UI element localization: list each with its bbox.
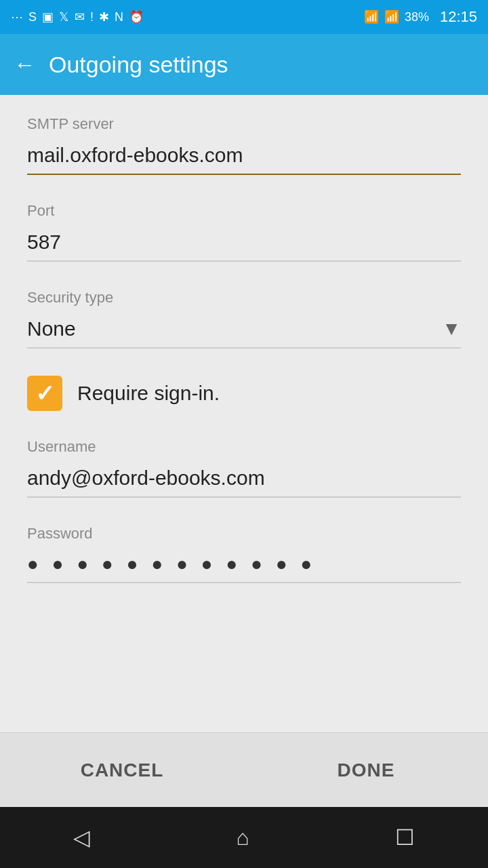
nav-recent-icon[interactable]: ☐ [395, 825, 415, 850]
mail-icon: ✉ [75, 9, 85, 24]
clock-display: 12:15 [440, 8, 477, 26]
chevron-down-icon: ▼ [442, 318, 461, 340]
page-title: Outgoing settings [49, 52, 228, 78]
back-button[interactable]: ← [14, 52, 35, 77]
require-signin-row[interactable]: ✓ Require sign-in. [27, 376, 461, 411]
status-bar-left: ⋯ S ▣ 𝕏 ✉ ! ✱ N ⏰ [11, 9, 144, 24]
security-type-value: None [27, 317, 76, 340]
port-input[interactable] [27, 225, 461, 262]
status-bar: ⋯ S ▣ 𝕏 ✉ ! ✱ N ⏰ 📶 📶 38% 12:15 [0, 0, 488, 34]
security-type-field: Security type None ▼ [27, 289, 461, 349]
require-signin-label: Require sign-in. [77, 382, 220, 405]
nav-back-icon[interactable]: ◁ [73, 825, 90, 850]
username-field: Username [27, 438, 461, 498]
alert-icon: ! [90, 10, 94, 24]
app-bar: ← Outgoing settings [0, 34, 488, 95]
smtp-server-label: SMTP server [27, 115, 461, 133]
android-nav-bar: ◁ ⌂ ☐ [0, 807, 488, 868]
password-field: Password ● ● ● ● ● ● ● ● ● ● ● ● [27, 525, 461, 583]
nfc-icon: N [115, 10, 123, 24]
bluetooth-icon: ✱ [99, 9, 109, 24]
password-label: Password [27, 525, 461, 542]
smtp-server-input[interactable] [27, 138, 461, 175]
username-input[interactable] [27, 461, 461, 498]
notifications-icon: ⋯ [11, 9, 23, 24]
nav-home-icon[interactable]: ⌂ [236, 825, 249, 850]
port-label: Port [27, 202, 461, 220]
photo-icon: ▣ [42, 9, 54, 24]
status-bar-right: 📶 📶 38% 12:15 [364, 8, 477, 26]
signal-icon: 📶 [384, 9, 399, 24]
form-content: SMTP server Port Security type None ▼ ✓ … [0, 95, 488, 732]
password-input[interactable]: ● ● ● ● ● ● ● ● ● ● ● ● [27, 548, 461, 583]
battery-indicator: 38% [405, 10, 429, 24]
wifi-icon: 📶 [364, 9, 379, 24]
require-signin-checkbox[interactable]: ✓ [27, 376, 62, 411]
checkmark-icon: ✓ [35, 380, 54, 407]
twitter-icon: 𝕏 [59, 9, 69, 24]
cancel-button[interactable]: CANCEL [0, 733, 244, 807]
bottom-action-bar: CANCEL DONE [0, 732, 488, 807]
username-label: Username [27, 438, 461, 456]
smtp-server-field: SMTP server [27, 115, 461, 175]
security-type-label: Security type [27, 289, 461, 307]
port-field: Port [27, 202, 461, 262]
s-icon: S [28, 10, 37, 24]
done-button[interactable]: DONE [244, 733, 488, 807]
clock-icon: ⏰ [129, 9, 144, 24]
security-type-dropdown[interactable]: None ▼ [27, 312, 461, 349]
